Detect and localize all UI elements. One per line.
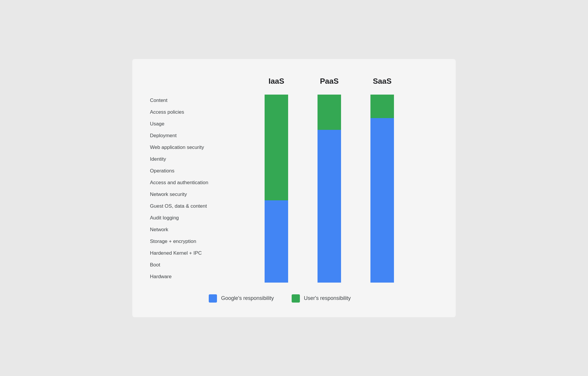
bars-area [250,95,409,283]
iaas-header: IaaS [250,77,303,86]
user-legend-item: User's responsibility [292,294,351,303]
label-item: Hardware [150,271,250,283]
google-legend-label: Google's responsibility [221,295,274,301]
label-item: Storage + encryption [150,236,250,247]
label-item: Hardened Kernel + IPC [150,247,250,259]
label-item: Identity [150,153,250,165]
label-item: Web application security [150,142,250,153]
google-legend-swatch [209,294,217,303]
label-item: Content [150,95,250,106]
iaas-bar-col [250,95,303,283]
label-item: Operations [150,165,250,177]
label-item: Audit logging [150,212,250,224]
label-item: Network [150,224,250,236]
labels-column: ContentAccess policiesUsageDeploymentWeb… [150,95,250,283]
saas-user-segment [370,95,394,118]
paas-bar [318,95,341,283]
saas-google-segment [370,118,394,283]
iaas-user-segment [265,95,288,200]
iaas-google-segment [265,200,288,283]
iaas-bar [265,95,288,283]
label-item: Network security [150,189,250,200]
saas-bar-col [356,95,409,283]
label-item: Guest OS, data & content [150,200,250,212]
label-item: Deployment [150,130,250,142]
paas-bar-col [303,95,356,283]
chart-card: IaaS PaaS SaaS ContentAccess policiesUsa… [132,59,456,317]
saas-bar [370,95,394,283]
label-item: Boot [150,259,250,271]
paas-user-segment [318,95,341,130]
legend: Google's responsibility User's responsib… [209,294,438,303]
chart-body: ContentAccess policiesUsageDeploymentWeb… [150,95,438,283]
label-item: Access policies [150,106,250,118]
chart-header: IaaS PaaS SaaS [250,77,438,86]
label-item: Access and authentication [150,177,250,189]
paas-header: PaaS [303,77,356,86]
user-legend-label: User's responsibility [304,295,351,301]
label-item: Usage [150,118,250,130]
user-legend-swatch [292,294,300,303]
paas-google-segment [318,130,341,283]
google-legend-item: Google's responsibility [209,294,274,303]
saas-header: SaaS [356,77,409,86]
